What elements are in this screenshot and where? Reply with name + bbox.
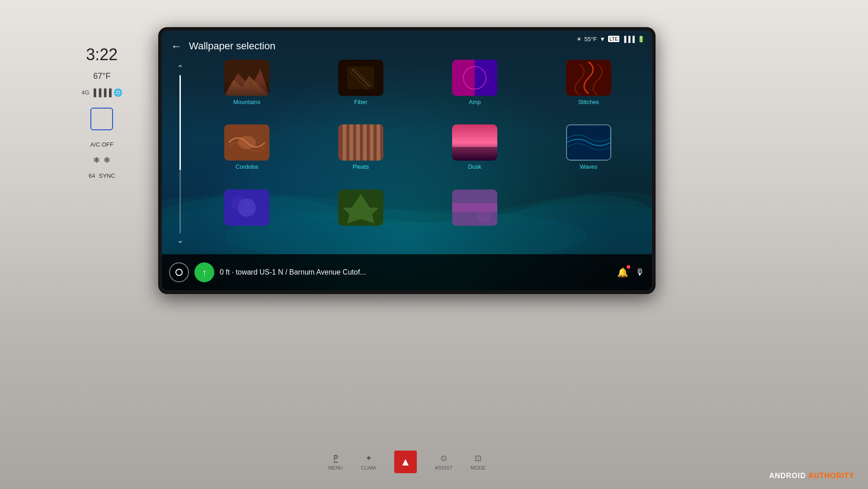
lte-label: LTE <box>608 36 619 42</box>
wallpaper-item-mountains[interactable]: Mountains <box>193 60 301 119</box>
status-icons-group: ☀ 55°F ▼ LTE ▐▐▐ 🔋 <box>576 36 645 43</box>
scroll-indicator: ⌃ ⌄ <box>171 60 189 249</box>
mode-icon: ⊡ <box>475 453 481 463</box>
wallpaper-item-pleats[interactable]: Pleats <box>307 124 415 184</box>
battery-icon: 🔋 <box>637 36 645 43</box>
physical-controls: P̲ MENU ✦ CLIMA ▲ ⊙ ASSIST ⊡ MODE <box>158 444 656 480</box>
svg-rect-24 <box>452 147 497 161</box>
wallpaper-item-fiber[interactable]: Fiber <box>307 60 415 119</box>
weather-temp: 55°F <box>585 36 597 43</box>
ac-control: A/C OFF <box>81 141 123 148</box>
mode-label: MODE <box>471 465 486 470</box>
assistant-button[interactable]: 🎙 <box>636 267 645 278</box>
assist-label: ASSIST <box>435 465 453 470</box>
network-icon: 🌐 <box>113 88 123 97</box>
wallpaper-thumb-row3-3 <box>452 190 497 226</box>
svg-rect-21 <box>370 124 373 161</box>
svg-point-33 <box>477 210 491 223</box>
hazard-button[interactable]: ▲ <box>394 451 417 473</box>
hazard-icon: ▲ <box>400 456 411 468</box>
svg-rect-32 <box>452 203 497 212</box>
notification-button[interactable]: 🔔 <box>617 267 628 278</box>
scroll-up-button[interactable]: ⌃ <box>177 63 184 73</box>
svg-rect-18 <box>349 124 353 161</box>
menu-label: MENU <box>328 465 343 470</box>
wallpaper-label-pleats: Pleats <box>353 163 369 170</box>
wallpaper-thumb-cordoba <box>224 124 269 161</box>
ac-status-label: A/C OFF <box>90 141 113 148</box>
wallpaper-label-amp: Amp <box>469 99 481 105</box>
wallpaper-thumb-row3-1 <box>224 190 269 226</box>
wallpaper-item-row3-3[interactable] <box>420 190 529 249</box>
fan-controls: ❄ ❄ <box>81 155 123 165</box>
signal-bars-icon: ▐▐▐▐ <box>91 89 111 97</box>
watermark-prefix: ANDROID <box>769 472 806 480</box>
wallpaper-item-waves[interactable]: Waves <box>534 124 643 184</box>
wallpaper-grid: Mountains Fiber <box>193 60 643 249</box>
svg-point-15 <box>238 136 256 149</box>
square-button[interactable] <box>90 108 113 130</box>
sync-label: SYNC <box>99 172 115 179</box>
svg-rect-19 <box>356 124 360 161</box>
fan-temp-value: 64 <box>89 172 95 179</box>
wallpaper-item-stitches[interactable]: Stitches <box>534 60 643 119</box>
menu-icon: P̲ <box>333 453 338 463</box>
wallpaper-label-waves: Waves <box>580 163 597 170</box>
wallpaper-item-row3-1[interactable] <box>193 190 301 249</box>
sun-icon: ☀ <box>576 36 582 43</box>
scroll-thumb <box>179 75 181 170</box>
home-button[interactable] <box>169 262 189 282</box>
watermark: ANDROID AUTHORITY <box>769 472 854 480</box>
navigation-arrow-button[interactable]: ↑ <box>194 262 214 282</box>
clima-label: CLIMA <box>361 465 376 470</box>
car-controls-left: 3:22 67°F 4G ▐▐▐▐ 🌐 A/C OFF ❄ ❄ 64 SYNC <box>81 45 123 179</box>
fan-left-icon: ❄ <box>93 155 100 165</box>
mode-button[interactable]: ⊡ MODE <box>471 453 486 470</box>
wallpaper-label-stitches: Stitches <box>578 99 599 105</box>
watermark-suffix: AUTHORITY <box>808 472 854 480</box>
wallpaper-thumb-fiber <box>338 60 383 96</box>
interior-temp: 67°F <box>81 71 123 81</box>
wallpaper-thumb-pleats <box>338 124 383 161</box>
wallpaper-item-amp[interactable]: Amp <box>420 60 529 119</box>
clima-icon: ✦ <box>365 453 372 463</box>
wallpaper-item-dusk[interactable]: Dusk <box>420 124 529 184</box>
svg-rect-22 <box>377 124 380 161</box>
wallpaper-thumb-mountains <box>224 60 269 96</box>
wallpaper-thumb-stitches <box>566 60 611 96</box>
wallpaper-panel: ← Wallpaper selection ⌃ ⌄ <box>162 31 652 254</box>
wallpaper-label-fiber: Fiber <box>354 99 368 105</box>
assist-button[interactable]: ⊙ ASSIST <box>435 453 453 470</box>
bottom-navigation-bar: ↑ 0 ft · toward US-1 N / Barnum Avenue C… <box>162 254 652 290</box>
wallpaper-thumb-row3-2 <box>338 190 383 226</box>
wifi-icon: ▼ <box>599 36 605 43</box>
home-button-inner <box>175 269 183 276</box>
wallpaper-label-dusk: Dusk <box>468 163 481 170</box>
signal-strength-icon: ▐▐▐ <box>622 36 635 43</box>
temp-sync-row: 64 SYNC <box>81 172 123 179</box>
screen-bezel: ☀ 55°F ▼ LTE ▐▐▐ 🔋 ← Wallpaper selection… <box>158 27 656 294</box>
bottom-icon-group: 🔔 🎙 <box>617 267 645 278</box>
scroll-bar <box>179 75 181 233</box>
wallpaper-item-cordoba[interactable]: Cordoba <box>193 124 301 184</box>
svg-point-28 <box>231 196 245 210</box>
fan-right-icon: ❄ <box>104 155 110 165</box>
wallpaper-label-cordoba: Cordoba <box>236 163 258 170</box>
wallpaper-item-row3-2[interactable] <box>307 190 415 249</box>
wallpaper-thumb-dusk <box>452 124 497 161</box>
wallpaper-thumb-waves <box>566 124 611 161</box>
signal-label: 4G <box>81 89 89 96</box>
svg-rect-17 <box>343 124 346 161</box>
svg-rect-20 <box>363 124 367 161</box>
arrow-up-icon: ↑ <box>202 267 207 278</box>
main-screen: ☀ 55°F ▼ LTE ▐▐▐ 🔋 ← Wallpaper selection… <box>162 31 652 290</box>
notification-dot <box>627 265 630 269</box>
clima-button[interactable]: ✦ CLIMA <box>361 453 376 470</box>
signal-display: 4G ▐▐▐▐ 🌐 <box>81 88 123 97</box>
wallpaper-label-mountains: Mountains <box>233 99 260 105</box>
scroll-down-button[interactable]: ⌄ <box>177 235 184 245</box>
wallpaper-thumb-amp <box>452 60 497 96</box>
time-display: 3:22 <box>81 45 123 64</box>
menu-button[interactable]: P̲ MENU <box>328 453 343 470</box>
assist-icon: ⊙ <box>440 453 447 463</box>
